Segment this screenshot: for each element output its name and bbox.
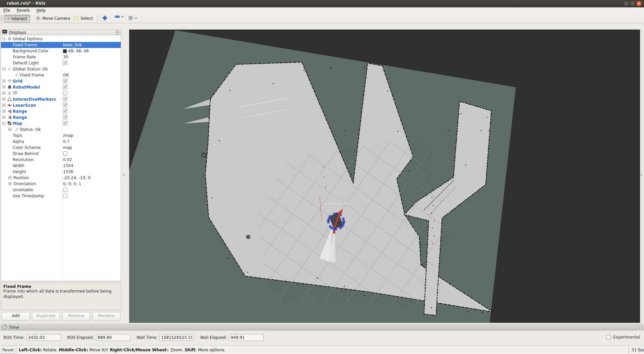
tree-row-value[interactable]: 1536 bbox=[63, 169, 73, 174]
row-checkbox[interactable] bbox=[63, 151, 67, 156]
tree-row-value[interactable]: 30 bbox=[63, 55, 68, 59]
expand-icon[interactable]: + bbox=[8, 128, 11, 131]
tree-row-tf[interactable]: +TF bbox=[1, 90, 121, 96]
minimize-button[interactable]: — bbox=[624, 1, 629, 6]
close-icon[interactable]: ✕ bbox=[638, 326, 642, 331]
row-checkbox[interactable] bbox=[63, 188, 67, 192]
expand-icon[interactable]: + bbox=[2, 80, 5, 83]
tree-row-unreliable[interactable]: Unreliable bbox=[1, 187, 121, 193]
experimental-checkbox[interactable] bbox=[606, 335, 611, 340]
row-checkbox[interactable] bbox=[63, 194, 67, 198]
expand-icon[interactable]: + bbox=[2, 104, 5, 107]
tree-row-status-ok[interactable]: +✓Status: Ok bbox=[1, 127, 121, 133]
tree-row-value[interactable] bbox=[63, 115, 67, 119]
render-viewport[interactable]: 0.0 m/s 0.0 rad/s bbox=[129, 30, 640, 323]
tree-row-height[interactable]: Height1536 bbox=[1, 169, 121, 175]
tree-row-value[interactable]: base_link bbox=[63, 43, 82, 47]
row-checkbox[interactable] bbox=[63, 97, 67, 101]
tree-row-use-timestamp[interactable]: Use Timestamp bbox=[1, 193, 121, 199]
menu-item-panels[interactable]: Panels bbox=[13, 7, 33, 13]
tree-row-fixed-frame[interactable]: Fixed Framebase_link bbox=[1, 42, 121, 48]
tree-row-value[interactable]: 48; 48; 48 bbox=[63, 49, 89, 53]
maximize-button[interactable]: ◻ bbox=[630, 1, 635, 6]
tree-row-value[interactable]: 0.7 bbox=[63, 139, 69, 144]
tree-row-value[interactable] bbox=[63, 188, 67, 192]
expand-icon[interactable]: + bbox=[2, 92, 5, 95]
tree-row-topic[interactable]: Topic/map bbox=[1, 133, 121, 139]
tool-move-camera[interactable]: Move Camera bbox=[33, 15, 73, 22]
tree-row-value[interactable]: 0; 0; 0; 1 bbox=[63, 182, 81, 186]
add-button[interactable]: Add bbox=[2, 312, 30, 320]
tree-row-position[interactable]: +Position-20.24; -10; 0 bbox=[1, 175, 121, 181]
tree-row-value[interactable] bbox=[63, 61, 67, 65]
time-field-input[interactable] bbox=[159, 334, 194, 341]
row-checkbox[interactable] bbox=[63, 115, 67, 119]
tree-row-value[interactable]: /map bbox=[63, 133, 73, 138]
title-bar[interactable]: robot.rviz* - RViz — ◻ ✕ bbox=[0, 0, 644, 7]
row-checkbox[interactable] bbox=[63, 91, 67, 95]
tree-row-grid[interactable]: +Grid bbox=[1, 78, 121, 84]
expand-icon[interactable]: + bbox=[2, 116, 5, 119]
toolbar-button-minus-icon[interactable] bbox=[115, 15, 124, 18]
tree-row-draw-behind[interactable]: Draw Behind bbox=[1, 151, 121, 157]
toolbar-grip[interactable] bbox=[1, 15, 2, 21]
expand-icon[interactable]: + bbox=[8, 176, 11, 179]
collapse-icon[interactable]: − bbox=[2, 67, 5, 70]
tree-row-map[interactable]: −Map bbox=[1, 120, 121, 127]
tree-row-value[interactable]: 0.02 bbox=[63, 157, 72, 162]
tool-select[interactable]: Select bbox=[71, 15, 96, 22]
tree-row-value[interactable]: 1504 bbox=[63, 163, 73, 168]
tree-row-global-options[interactable]: −⚙Global Options bbox=[1, 36, 121, 42]
reset-button[interactable]: Reset bbox=[1, 347, 15, 354]
collapse-icon[interactable]: − bbox=[2, 122, 5, 125]
tree-row-frame-rate[interactable]: Frame Rate30 bbox=[1, 54, 121, 60]
row-checkbox[interactable] bbox=[63, 103, 67, 107]
tree-row-color-scheme[interactable]: Color Schememap bbox=[1, 145, 121, 151]
tree-row-resolution[interactable]: Resolution0.02 bbox=[1, 157, 121, 163]
row-checkbox[interactable] bbox=[63, 85, 67, 89]
tree-row-interactivemarkers[interactable]: +InteractiveMarkers bbox=[1, 96, 121, 102]
row-checkbox[interactable] bbox=[63, 109, 67, 113]
tree-row-value[interactable] bbox=[63, 194, 67, 198]
tree-row-default-light[interactable]: Default Light bbox=[1, 60, 121, 66]
time-panel-header[interactable]: Time ✕ bbox=[1, 324, 643, 331]
tree-row-value[interactable]: -20.24; -10; 0 bbox=[63, 175, 91, 180]
tree-row-value[interactable] bbox=[63, 79, 67, 83]
expand-icon[interactable]: + bbox=[2, 110, 5, 113]
tree-row-value[interactable] bbox=[63, 103, 67, 107]
collapse-left-dock-icon[interactable]: ‹ bbox=[123, 172, 125, 178]
time-field-input[interactable] bbox=[26, 334, 61, 341]
row-checkbox[interactable] bbox=[63, 79, 67, 83]
tree-row-robotmodel[interactable]: +RobotModel bbox=[1, 84, 121, 90]
toolbar-button-focus-icon[interactable] bbox=[128, 15, 137, 20]
menu-item-file[interactable]: File bbox=[0, 7, 13, 13]
expand-icon[interactable]: + bbox=[2, 98, 5, 101]
tree-row-width[interactable]: Width1504 bbox=[1, 163, 121, 169]
tool-interact[interactable]: ☝Interact bbox=[4, 15, 30, 22]
tree-row-value[interactable]: map bbox=[63, 145, 72, 150]
collapse-icon[interactable]: − bbox=[2, 37, 5, 40]
tree-row-background-color[interactable]: Background Color48; 48; 48 bbox=[1, 48, 121, 54]
menu-item-help[interactable]: Help bbox=[33, 7, 49, 13]
tree-row-range[interactable]: +Range bbox=[1, 114, 121, 120]
tree-row-value[interactable] bbox=[63, 109, 67, 113]
tree-row-value[interactable] bbox=[63, 85, 67, 89]
tree-row-value[interactable] bbox=[63, 121, 67, 125]
close-icon[interactable]: ✕ bbox=[115, 31, 119, 35]
tree-row-global-status-ok[interactable]: −✓Global Status: Ok bbox=[1, 66, 121, 72]
tree-row-value[interactable] bbox=[63, 151, 67, 156]
tree-row-fixed-frame[interactable]: ✓Fixed FrameOK bbox=[1, 72, 121, 78]
time-field-input[interactable] bbox=[229, 334, 264, 341]
tree-row-orientation[interactable]: +Orientation0; 0; 0; 1 bbox=[1, 181, 121, 187]
time-field-input[interactable] bbox=[96, 334, 130, 341]
tree-row-value[interactable] bbox=[63, 91, 67, 95]
tree-row-laserscan[interactable]: +LaserScan bbox=[1, 102, 121, 108]
tree-row-value[interactable]: OK bbox=[63, 73, 69, 78]
row-checkbox[interactable] bbox=[63, 61, 67, 65]
expand-icon[interactable]: + bbox=[8, 182, 11, 185]
expand-icon[interactable]: + bbox=[2, 86, 5, 89]
toolbar-button-plus-icon[interactable] bbox=[102, 15, 107, 20]
row-checkbox[interactable] bbox=[63, 121, 67, 125]
collapse-right-dock-icon[interactable]: ‹ bbox=[641, 172, 643, 178]
close-button[interactable]: ✕ bbox=[636, 1, 642, 6]
